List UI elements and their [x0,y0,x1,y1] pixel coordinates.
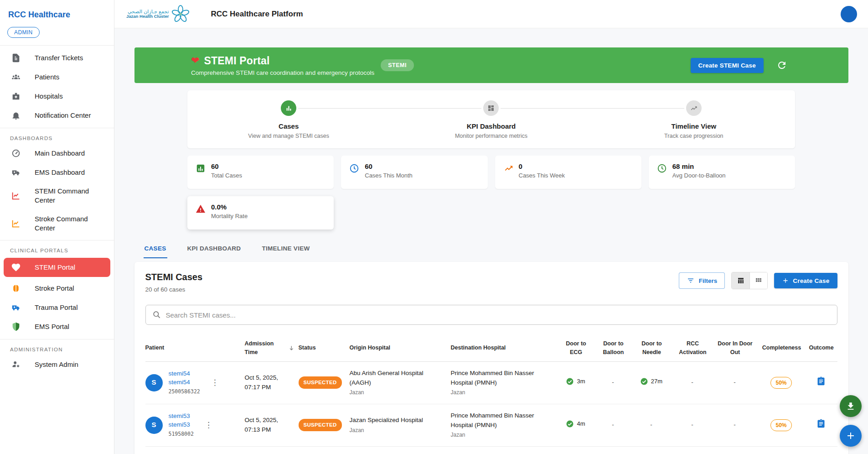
sidebar-item-label: Patients [35,73,59,82]
sidebar-item-stroke-portal[interactable]: Stroke Portal [0,279,114,298]
cases-title: STEMI Cases [145,272,203,282]
sidebar-item-system-admin[interactable]: System Admin [0,355,114,374]
col-origin-hospital[interactable]: Origin Hospital [350,339,451,357]
filters-button[interactable]: Filters [679,272,725,289]
ambulance-icon [11,303,21,313]
clipboard-icon [816,419,826,428]
stat-cases-this-week: 0 Cases This Week [495,156,641,189]
sidebar-section-administration: ADMINISTRATION [0,339,114,355]
table-view-button[interactable] [732,272,749,289]
stat-value: 60 [211,162,242,170]
stats-row-2: 0.0% Mortality Rate [187,196,795,230]
col-destination-hospital[interactable]: Destination Hospital [451,339,559,357]
bar-chart-icon [196,163,206,173]
door-to-balloon-value: - [597,420,634,429]
patient-link[interactable]: stemi54 [169,370,200,378]
col-door-in-door-out[interactable]: Door In Door Out [716,335,758,361]
clipboard-icon [816,376,826,386]
stemi-cases-panel: STEMI Cases 20 of 60 cases Filters [134,262,848,454]
col-completeness[interactable]: Completeness [758,339,809,357]
trending-icon [690,104,698,112]
col-outcome[interactable]: Outcome [809,339,837,357]
stepper-connector [298,108,481,109]
stat-value: 60 [365,162,413,170]
sidebar-item-main-dashboard[interactable]: Main Dashboard [0,144,114,163]
col-label: Admission Time [245,339,284,357]
search-bar [145,305,837,325]
row-menu-icon[interactable]: ⋮ [209,377,221,388]
top-app-bar: تجمع جـازان الصحي Jazan Health Cluster R… [114,0,868,28]
cases-count: 20 of 60 cases [145,286,203,293]
door-to-needle-value: - [634,420,673,429]
sidebar-item-label: EMS Dashboard [35,168,85,177]
step-timeline-view[interactable]: Timeline View Track case progression [593,100,795,139]
door-in-door-out-value: - [716,378,758,387]
step-description: Track case progression [664,133,723,139]
sidebar-item-stemi-portal[interactable]: STEMI Portal [4,258,110,277]
create-stemi-case-button[interactable]: Create STEMI Case [691,58,764,73]
sidebar-item-trauma-portal[interactable]: Trauma Portal [0,298,114,317]
jazan-health-cluster-logo: تجمع جـازان الصحي Jazan Health Cluster [126,5,190,23]
bell-icon [11,110,21,120]
sidebar-item-label: STEMI Portal [35,263,75,272]
sidebar: RCC Healthcare ADMIN Transfer Tickets Pa… [0,0,114,454]
user-avatar[interactable] [841,6,857,22]
create-case-button[interactable]: Create Case [774,273,837,288]
tab-cases[interactable]: CASES [144,240,167,258]
sidebar-item-ems-dashboard[interactable]: EMS Dashboard [0,163,114,182]
flower-logo-icon [171,5,190,23]
row-menu-icon[interactable]: ⋮ [203,419,214,431]
stat-label: Cases This Month [365,172,413,179]
stat-avg-door-to-balloon: 68 min Avg Door-to-Balloon [649,156,795,189]
cases-table: Patient Admission Time Status Origin Hos… [145,335,837,454]
outcome-button[interactable] [816,376,826,387]
sidebar-item-stroke-command-center[interactable]: Stroke Command Center [0,210,114,238]
tab-timeline-view[interactable]: TIMELINE VIEW [261,240,310,258]
sidebar-item-label: Transfer Tickets [35,53,83,63]
check-circle-icon [640,377,648,386]
step-kpi-dashboard[interactable]: KPI Dashboard Monitor performance metric… [390,100,592,139]
stat-total-cases: 60 Total Cases [187,156,334,189]
col-rcc-activation[interactable]: RCC Activation [673,335,716,361]
sidebar-item-label: Main Dashboard [35,149,85,158]
tab-kpi-dashboard[interactable]: KPI DASHBOARD [186,240,242,258]
create-case-label: Create Case [793,277,829,284]
admin-role-badge: ADMIN [7,27,40,38]
sidebar-item-hospitals[interactable]: Hospitals [0,87,114,106]
bar-chart-icon [285,104,293,112]
page-title: RCC Healthcare Platform [211,10,303,19]
table-row: S stemi54 stemi54 2500586322 ⋮ Oct 5, 20… [145,362,837,404]
outcome-button[interactable] [816,419,826,429]
step-label: Timeline View [671,122,716,130]
check-circle-icon [566,420,574,428]
add-fab[interactable] [840,425,862,447]
sidebar-item-patients[interactable]: Patients [0,68,114,87]
patient-mrn: 51958002 [169,430,194,438]
col-door-to-balloon[interactable]: Door to Balloon [597,335,634,361]
sidebar-item-notification-center[interactable]: Notification Center [0,106,114,125]
line-chart-icon [11,219,21,229]
warning-icon [196,204,206,214]
grid-view-button[interactable] [749,272,767,289]
door-to-ecg-value: 4m [577,419,585,428]
sidebar-item-ems-portal[interactable]: EMS Portal [0,317,114,336]
patient-link[interactable]: stemi53 [169,421,194,429]
sidebar-item-label: Stroke Command Center [35,214,108,233]
col-door-to-needle[interactable]: Door to Needle [634,335,673,361]
trending-icon [503,163,513,173]
refresh-icon[interactable] [776,60,787,71]
filters-label: Filters [699,277,718,284]
col-admission-time[interactable]: Admission Time [245,335,299,361]
sidebar-item-stemi-command-center[interactable]: STEMI Command Center [0,182,114,210]
patient-link[interactable]: stemi53 [169,412,194,421]
sidebar-item-transfer-tickets[interactable]: Transfer Tickets [0,48,114,68]
search-input[interactable] [166,311,831,319]
step-cases[interactable]: Cases View and manage STEMI cases [187,100,390,139]
stat-value: 0.0% [211,203,248,211]
col-door-to-ecg[interactable]: Door to ECG [559,335,597,361]
col-patient[interactable]: Patient [145,339,245,357]
download-fab[interactable] [840,395,862,417]
stemi-portal-banner: ❤ STEMI Portal Comprehensive STEMI care … [134,47,848,83]
patient-link[interactable]: stemi54 [169,378,200,387]
col-status[interactable]: Status [299,339,350,357]
